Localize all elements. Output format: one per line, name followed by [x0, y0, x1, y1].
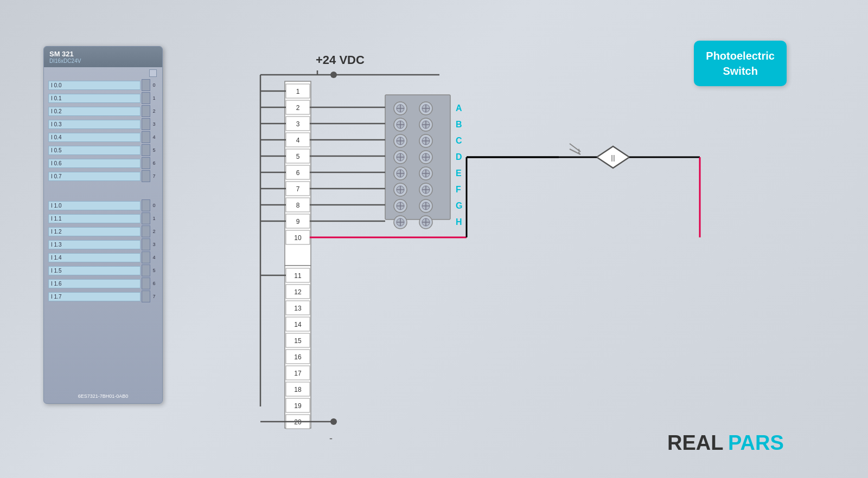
plc-row-indicator: [142, 131, 150, 143]
photo-switch-box: Photoelectric Switch: [694, 41, 787, 86]
svg-text:16: 16: [294, 353, 302, 361]
plc-row-label: I 1.1: [48, 214, 141, 223]
svg-text:3: 3: [296, 120, 300, 128]
plc-row: I 0.4 4: [48, 131, 158, 143]
plc-part-number: 6ES7321-7BH01-0AB0: [48, 393, 158, 399]
plc-row-indicator: [142, 199, 150, 211]
svg-text:G: G: [456, 201, 462, 210]
plc-row-number: 1: [150, 216, 158, 221]
plc-row-number: 4: [150, 255, 158, 260]
svg-text:D: D: [456, 152, 462, 162]
plc-row: I 1.2 2: [48, 225, 158, 237]
svg-text:18: 18: [294, 386, 302, 393]
plc-row: I 1.4 4: [48, 251, 158, 263]
svg-text:10: 10: [294, 234, 302, 242]
svg-text:15: 15: [294, 337, 302, 345]
svg-text:19: 19: [294, 402, 302, 410]
svg-text:17: 17: [294, 370, 302, 377]
plc-row-number: 5: [150, 268, 158, 273]
plc-row-number: 0: [150, 203, 158, 208]
svg-text:5: 5: [296, 153, 300, 160]
plc-row: I 1.7 7: [48, 290, 158, 302]
plc-row: I 0.7 7: [48, 170, 158, 182]
plc-row-label: I 1.0: [48, 201, 141, 210]
plc-row: I 1.3 3: [48, 238, 158, 250]
plc-row-number: 2: [150, 108, 158, 114]
plc-row: I 0.3 3: [48, 118, 158, 130]
svg-text:-: -: [329, 433, 333, 444]
plc-top-rows: I 0.0 0 I 0.1 1 I 0.2 2 I 0.3 3 I 0.4 4 …: [44, 79, 162, 182]
svg-text:||: ||: [611, 153, 615, 162]
plc-row-indicator: [142, 105, 150, 117]
plc-lights: [44, 67, 162, 79]
plc-row-label: I 0.1: [48, 94, 141, 103]
plc-row: I 0.0 0: [48, 79, 158, 91]
plc-row: I 0.6 6: [48, 157, 158, 169]
plc-row: I 1.0 0: [48, 199, 158, 211]
plc-row-label: I 1.2: [48, 227, 141, 236]
plc-row-indicator: [142, 118, 150, 130]
plc-row-number: 7: [150, 294, 158, 299]
plc-row: I 0.5 5: [48, 144, 158, 156]
svg-text:2: 2: [296, 104, 300, 112]
plc-row: I 1.5 5: [48, 264, 158, 276]
plc-row-indicator: [142, 144, 150, 156]
plc-row-number: 7: [150, 173, 158, 179]
junction-dot-bottom: [330, 418, 337, 425]
plc-row-number: 1: [150, 95, 158, 101]
plc-gap: [44, 183, 162, 199]
plc-row-label: I 0.2: [48, 107, 141, 116]
plc-bottom-rows: I 1.0 0 I 1.1 1 I 1.2 2 I 1.3 3 I 1.4 4 …: [44, 199, 162, 302]
plc-row-indicator: [142, 157, 150, 169]
plc-row-indicator: [142, 170, 150, 182]
plc-row: I 1.1 1: [48, 212, 158, 224]
logo-real: REAL: [667, 431, 723, 454]
svg-text:6: 6: [296, 169, 300, 177]
plc-row-label: I 1.4: [48, 253, 141, 262]
plc-row-label: I 1.7: [48, 292, 141, 301]
svg-text:9: 9: [296, 218, 300, 225]
plc-submodel-label: DI16xDC24V: [49, 58, 157, 64]
svg-text:E: E: [456, 169, 462, 178]
svg-text:4: 4: [296, 137, 300, 144]
plc-row-number: 6: [150, 160, 158, 166]
plc-row-indicator: [142, 92, 150, 104]
plc-row-label: I 1.3: [48, 240, 141, 249]
plc-row-number: 2: [150, 229, 158, 234]
junction-dot-top: [330, 72, 337, 78]
svg-text:1: 1: [296, 88, 300, 95]
plc-row-label: I 0.4: [48, 133, 141, 142]
plc-row-number: 3: [150, 121, 158, 127]
svg-text:14: 14: [294, 321, 302, 328]
plc-row-indicator: [142, 251, 150, 263]
plc-light-1: [149, 69, 157, 77]
logo-pars: PARS: [728, 431, 784, 454]
plc-row-indicator: [142, 238, 150, 250]
svg-text:H: H: [456, 217, 462, 227]
plc-row-indicator: [142, 264, 150, 276]
plc-row: I 1.6 6: [48, 277, 158, 289]
svg-text:B: B: [456, 120, 462, 129]
plc-row-label: I 1.6: [48, 279, 141, 288]
plc-row: I 0.2 2: [48, 105, 158, 117]
plc-row-label: I 0.5: [48, 146, 141, 155]
plc-row-number: 0: [150, 82, 158, 88]
plc-row-label: I 0.0: [48, 81, 141, 90]
svg-text:12: 12: [294, 288, 302, 296]
svg-text:8: 8: [296, 202, 300, 209]
plc-row-label: I 0.6: [48, 159, 141, 168]
plc-row-number: 4: [150, 134, 158, 140]
plc-row-indicator: [142, 225, 150, 237]
plc-row-indicator: [142, 79, 150, 91]
plc-row-indicator: [142, 277, 150, 289]
plc-model-label: SM 321: [49, 50, 157, 58]
plc-module: SM 321 DI16xDC24V I 0.0 0 I 0.1 1 I 0.2 …: [43, 46, 163, 404]
svg-text:C: C: [456, 136, 462, 145]
plc-row-number: 5: [150, 147, 158, 153]
plc-row-indicator: [142, 290, 150, 302]
plc-row-label: I 0.7: [48, 172, 141, 181]
svg-text:13: 13: [294, 305, 302, 312]
plc-row-indicator: [142, 212, 150, 224]
svg-text:11: 11: [294, 272, 302, 280]
svg-text:A: A: [456, 104, 462, 113]
